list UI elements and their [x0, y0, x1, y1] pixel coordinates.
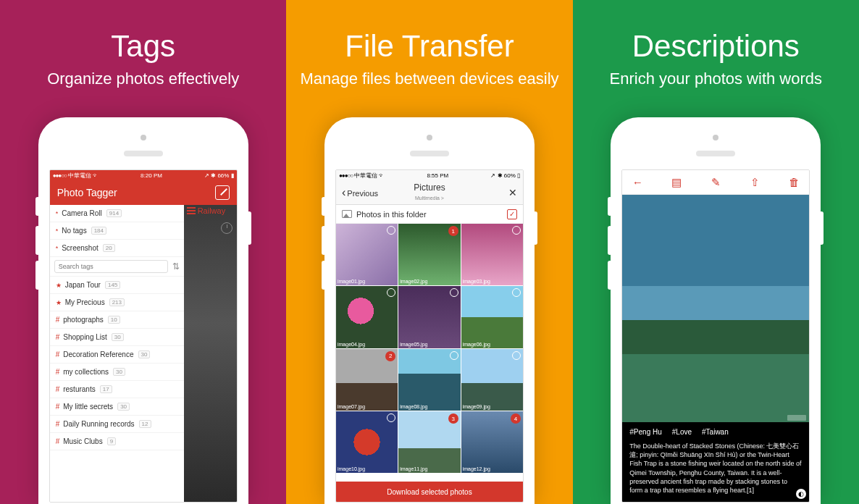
- app-title: Photo Tagger: [57, 187, 117, 198]
- photo-tags: #Peng Hu#Love#Taiwan: [622, 422, 809, 439]
- image-filename: image08.jpg: [400, 404, 427, 409]
- tag-label: Screenshot: [62, 244, 99, 252]
- edit-icon[interactable]: ✎: [706, 176, 725, 189]
- breadcrumb[interactable]: Railway: [198, 206, 226, 215]
- trash-icon[interactable]: 🗑: [784, 176, 803, 188]
- history-icon[interactable]: [221, 222, 232, 234]
- image-filename: image07.jpg: [338, 404, 365, 409]
- panel-subtitle: Enrich your photos with words: [610, 70, 822, 88]
- panel-transfer: File Transfer Manage files between devic…: [286, 0, 572, 504]
- tag-count: 12: [139, 420, 151, 428]
- photo-tag[interactable]: #Love: [672, 428, 692, 436]
- status-bar: 中華電信 ᯤ 8:55 PM ↗ ✱ 60% ▯: [336, 170, 523, 180]
- tag-row[interactable]: #My little secrets30: [50, 398, 184, 416]
- tag-count: 145: [105, 281, 120, 289]
- screen-description: ← ▤ ✎ ⇧ 🗑 #Peng Hu#Love#Taiwan The Doubl…: [621, 169, 810, 503]
- toolbar: ← ▤ ✎ ⇧ 🗑: [622, 170, 809, 195]
- selection-number: 1: [448, 226, 458, 236]
- thumbnail[interactable]: image04.jpg: [336, 286, 398, 348]
- tag-row[interactable]: #Music Clubs9: [50, 433, 184, 450]
- thumbnail[interactable]: image10.jpg: [336, 411, 398, 473]
- image-filename: image06.jpg: [463, 342, 490, 347]
- panel-title: File Transfer: [345, 29, 514, 64]
- tag-count: 17: [100, 385, 112, 393]
- thumbnail[interactable]: image05.jpg: [398, 286, 460, 348]
- tag-row[interactable]: *Screenshot20: [50, 240, 184, 257]
- menu-icon[interactable]: [187, 207, 196, 214]
- selection-circle[interactable]: [512, 351, 521, 360]
- selection-number: 2: [385, 351, 395, 361]
- thumbnail[interactable]: image06.jpg: [461, 286, 523, 348]
- thumbnail[interactable]: image03.jpg: [461, 224, 523, 285]
- tag-label: my collections: [63, 368, 109, 376]
- panel-title: Tags: [111, 29, 175, 64]
- tag-row[interactable]: #Shopping List30: [50, 329, 184, 346]
- tag-label: Decoration Reference: [63, 350, 133, 358]
- tag-label: photographs: [63, 316, 104, 324]
- phone-mockup: 中華電信 ᯤ 8:55 PM ↗ ✱ 60% ▯ ‹Previous Pictu…: [324, 117, 535, 504]
- selection-number: 4: [511, 413, 521, 424]
- search-input[interactable]: [54, 260, 168, 273]
- tag-label: resturants: [63, 385, 95, 393]
- layout-icon[interactable]: ▤: [667, 176, 686, 189]
- selection-circle[interactable]: [512, 226, 521, 235]
- share-icon[interactable]: ⇧: [745, 176, 764, 189]
- tag-row[interactable]: *No tags184: [50, 222, 184, 240]
- nav-bar: ‹Previous PicturesMultimedia > ✕: [336, 180, 523, 205]
- image-filename: image04.jpg: [338, 342, 365, 347]
- status-time: 8:55 PM: [427, 172, 448, 179]
- image-filename: image11.jpg: [400, 466, 427, 471]
- tag-count: 30: [117, 403, 130, 411]
- selection-circle[interactable]: [387, 288, 395, 297]
- nav-bar: Photo Tagger: [50, 180, 237, 205]
- tag-count: 184: [91, 227, 106, 235]
- select-all-button[interactable]: ✓: [507, 209, 517, 219]
- tag-row[interactable]: #photographs10: [50, 311, 184, 329]
- folder-bar: Photos in this folder ✓: [336, 205, 523, 224]
- thumbnail[interactable]: image08.jpg: [398, 349, 460, 411]
- panel-title: Descriptions: [632, 29, 800, 64]
- tag-label: Music Clubs: [63, 437, 102, 445]
- panel-subtitle: Organize photos effectively: [47, 70, 239, 88]
- tag-label: No tags: [62, 227, 86, 235]
- phone-mockup: ← ▤ ✎ ⇧ 🗑 #Peng Hu#Love#Taiwan The Doubl…: [611, 117, 821, 504]
- panel-subtitle: Manage files between devices easily: [300, 70, 558, 88]
- selection-circle[interactable]: [450, 288, 458, 297]
- back-icon[interactable]: ←: [628, 176, 647, 188]
- tag-row[interactable]: *Camera Roll914: [50, 205, 184, 222]
- photo-preview: Railway: [184, 205, 237, 502]
- thumbnail[interactable]: 3image11.jpg: [398, 411, 460, 473]
- thumbnail[interactable]: 2image07.jpg: [336, 349, 398, 411]
- thumbnail[interactable]: 4image12.jpg: [461, 411, 523, 473]
- tag-count: 30: [112, 333, 124, 341]
- phone-mockup: 中華電信 ᯤ 8:20 PM ↗ ✱ 66% ▮ Photo Tagger *C…: [38, 117, 248, 504]
- tag-row[interactable]: #Daily Running records12: [50, 416, 184, 433]
- thumbnail[interactable]: image01.jpg: [336, 224, 398, 285]
- tag-label: My Precious: [65, 298, 105, 306]
- selection-circle[interactable]: [450, 351, 458, 360]
- download-button[interactable]: Download selected photos: [336, 482, 523, 502]
- selection-circle[interactable]: [387, 226, 395, 235]
- tag-sidebar: *Camera Roll914*No tags184*Screenshot20 …: [50, 205, 184, 502]
- thumbnail[interactable]: image09.jpg: [461, 349, 523, 411]
- tag-row[interactable]: ★My Precious213: [50, 294, 184, 311]
- tag-label: Daily Running records: [63, 420, 134, 428]
- image-filename: image05.jpg: [400, 342, 427, 347]
- back-button[interactable]: ‹Previous: [342, 186, 378, 199]
- tag-row[interactable]: ★Japan Tour145: [50, 277, 184, 294]
- selection-circle[interactable]: [512, 288, 521, 297]
- tag-row[interactable]: #my collections30: [50, 364, 184, 381]
- close-icon[interactable]: ✕: [508, 187, 517, 198]
- thumbnail[interactable]: 1image02.jpg: [398, 224, 460, 285]
- tag-row[interactable]: #resturants17: [50, 381, 184, 398]
- panel-tags: Tags Organize photos effectively 中華電信 ᯤ …: [0, 0, 286, 504]
- selection-circle[interactable]: [387, 413, 395, 422]
- sort-icon[interactable]: ⇅: [172, 261, 180, 272]
- photo-tag[interactable]: #Peng Hu: [629, 428, 661, 436]
- panel-descriptions: Descriptions Enrich your photos with wor…: [573, 0, 859, 504]
- photo-description: The Double-heart of Stacked Stones (Chin…: [622, 439, 809, 502]
- tag-row[interactable]: #Decoration Reference30: [50, 346, 184, 364]
- photo-tag[interactable]: #Taiwan: [702, 428, 729, 436]
- compose-icon[interactable]: [215, 185, 230, 200]
- tag-label: My little secrets: [63, 403, 113, 411]
